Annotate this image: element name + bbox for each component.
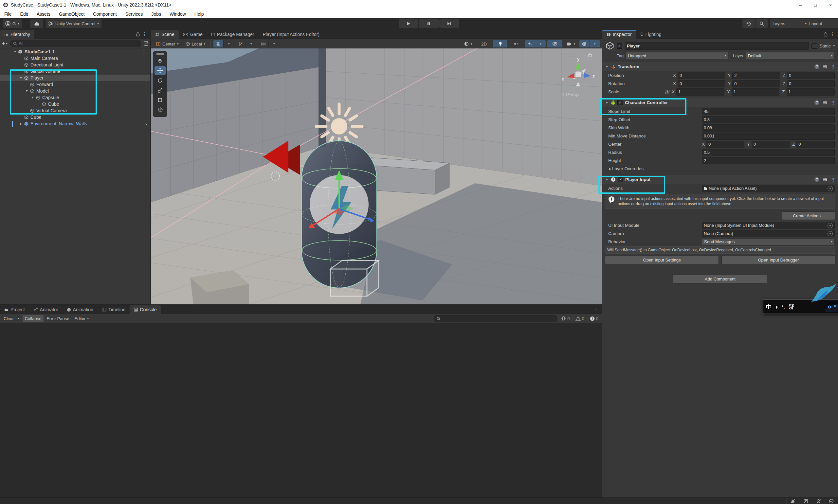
- clear-button[interactable]: Clear: [1, 315, 16, 322]
- object-picker-icon[interactable]: [827, 231, 833, 236]
- active-checkbox[interactable]: ✓: [617, 43, 622, 49]
- kebab-menu-icon[interactable]: ⋮: [831, 100, 835, 105]
- object-picker-icon[interactable]: [827, 223, 833, 228]
- menu-services[interactable]: Services: [121, 10, 147, 18]
- lock-icon[interactable]: [824, 32, 827, 37]
- tab-scene[interactable]: Scene: [151, 30, 179, 39]
- foldout-arrow[interactable]: ▼: [605, 101, 609, 104]
- clear-options-chevron[interactable]: ▾: [17, 315, 21, 322]
- open-input-settings-button[interactable]: Open Input Settings: [605, 256, 719, 264]
- grid-snapping-toggle[interactable]: Y: [213, 40, 223, 48]
- tool-handle-pivot-dropdown[interactable]: Center▾: [154, 40, 181, 48]
- menu-gameobject[interactable]: GameObject: [55, 10, 89, 18]
- maximize-button[interactable]: □: [808, 0, 823, 10]
- undo-history-button[interactable]: [743, 19, 755, 28]
- snap-increment-toggle[interactable]: [236, 40, 246, 48]
- step-button[interactable]: [439, 19, 459, 28]
- tab-timeline[interactable]: Timeline: [97, 305, 130, 314]
- create-object-button[interactable]: +▾: [2, 40, 7, 47]
- ime-moon-icon[interactable]: ◗: [775, 304, 779, 310]
- foldout-arrow[interactable]: ▼: [605, 65, 609, 68]
- presets-icon[interactable]: [823, 101, 827, 105]
- position-y-field[interactable]: 2: [732, 72, 780, 79]
- tab-inspector[interactable]: Inspector: [602, 30, 636, 39]
- static-checkbox[interactable]: [812, 43, 817, 49]
- rotation-y-field[interactable]: 0: [732, 80, 780, 87]
- move-tool-button[interactable]: [155, 66, 166, 75]
- list-item[interactable]: ▼Capsule: [0, 94, 150, 101]
- layers-dropdown[interactable]: Layers▾: [770, 19, 809, 28]
- play-button[interactable]: [399, 19, 418, 28]
- list-item-selected[interactable]: ▼Player: [0, 75, 150, 81]
- rotation-x-field[interactable]: 0: [678, 80, 725, 87]
- prefab-open-chevron[interactable]: ›: [145, 121, 147, 127]
- presets-icon[interactable]: [823, 177, 827, 182]
- menu-file[interactable]: File: [0, 10, 16, 18]
- toggle-2d-button[interactable]: 2D: [476, 40, 491, 48]
- layout-dropdown[interactable]: Layout▾: [806, 19, 838, 28]
- scene-effects-options[interactable]: ▾: [535, 40, 546, 48]
- list-item[interactable]: Main Camera: [0, 55, 150, 61]
- scene-viewport[interactable]: y x z Persp: [151, 49, 603, 304]
- gameobject-cube-icon[interactable]: [606, 41, 614, 50]
- picker-icon[interactable]: [144, 41, 148, 46]
- error-count-badge[interactable]: 0: [587, 316, 601, 321]
- actions-object-field[interactable]: None (Input Action Asset): [702, 185, 835, 192]
- auto-refresh-disabled-icon[interactable]: [812, 498, 824, 504]
- menu-jobs[interactable]: Jobs: [147, 10, 165, 18]
- scale-x-field[interactable]: 1: [676, 88, 725, 95]
- camera-settings-dropdown[interactable]: ▾: [564, 40, 578, 48]
- foldout-arrow[interactable]: ▼: [605, 178, 609, 181]
- add-component-button[interactable]: Add Component: [673, 274, 767, 284]
- overlay-drag-handle[interactable]: [157, 54, 164, 55]
- measure-tool-button[interactable]: [258, 40, 268, 48]
- ime-keyboard-icon[interactable]: [788, 303, 795, 310]
- camera-field[interactable]: None (Camera): [702, 230, 835, 237]
- tab-project[interactable]: Project: [0, 305, 29, 314]
- character-controller-header[interactable]: ▼ ✓ Character Controller ? ⋮: [602, 98, 838, 107]
- center-x-field[interactable]: 0: [707, 141, 744, 148]
- skin-width-field[interactable]: 0.08: [702, 124, 835, 131]
- tab-animator[interactable]: Animator: [29, 305, 63, 314]
- rotate-tool-button[interactable]: [155, 76, 166, 85]
- create-actions-button[interactable]: Create Actions...: [782, 212, 835, 220]
- transform-header[interactable]: ▼ Transform ? ⋮: [602, 62, 838, 71]
- hidden-objects-toggle[interactable]: [547, 40, 563, 48]
- list-item[interactable]: Forward: [0, 81, 150, 88]
- lock-icon[interactable]: [136, 32, 140, 37]
- tab-input-actions-editor[interactable]: Player (Input Actions Editor): [258, 30, 324, 39]
- progress-ok-icon[interactable]: [824, 498, 837, 504]
- static-options-chevron[interactable]: ▾: [833, 44, 835, 48]
- gizmos-options[interactable]: ▾: [589, 40, 600, 48]
- rect-tool-button[interactable]: [155, 95, 166, 105]
- list-item[interactable]: Virtual Camera: [0, 107, 150, 114]
- ime-chinese-mode-icon[interactable]: [765, 303, 772, 310]
- menu-assets[interactable]: Assets: [32, 10, 55, 18]
- tab-lighting[interactable]: Lighting: [636, 30, 666, 39]
- behavior-dropdown[interactable]: Send Messages▾: [702, 238, 835, 246]
- object-picker-icon[interactable]: [827, 186, 833, 191]
- snap-increment-options[interactable]: ▾: [246, 40, 256, 48]
- scene-effects-toggle[interactable]: [525, 40, 535, 48]
- help-icon[interactable]: ?: [815, 177, 819, 182]
- foldout-arrow[interactable]: ▼: [13, 50, 18, 53]
- kebab-menu-icon[interactable]: ⋮: [142, 49, 146, 54]
- list-item-prefab[interactable]: ▶ Environment_Narrow_Walls ›: [0, 121, 150, 127]
- object-name-field[interactable]: Player: [625, 42, 809, 50]
- tag-dropdown[interactable]: Untagged▾: [626, 52, 728, 59]
- gizmos-toggle[interactable]: [580, 40, 589, 48]
- cache-server-disabled-icon[interactable]: [799, 498, 812, 504]
- radius-field[interactable]: 0.5: [702, 149, 835, 156]
- list-item[interactable]: ▼Model: [0, 88, 150, 94]
- step-offset-field[interactable]: 0.3: [702, 116, 835, 123]
- menu-edit[interactable]: Edit: [16, 10, 32, 18]
- player-input-header[interactable]: ▼ ✓ Player Input ? ⋮: [602, 175, 838, 184]
- layer-dropdown[interactable]: Default▾: [746, 52, 835, 59]
- collapse-toggle[interactable]: Collapse: [22, 315, 44, 322]
- overlay-drag-handle[interactable]: [566, 54, 574, 57]
- height-field[interactable]: 2: [702, 157, 835, 164]
- console-log-area[interactable]: [0, 323, 602, 499]
- tab-animation[interactable]: Animation: [63, 305, 97, 314]
- hierarchy-search-input[interactable]: All: [10, 40, 141, 47]
- kebab-menu-icon[interactable]: ⋮: [142, 32, 147, 37]
